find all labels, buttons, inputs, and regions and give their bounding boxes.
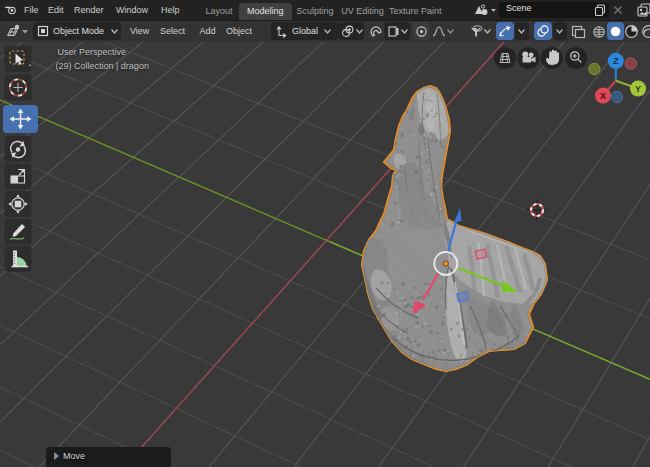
svg-text:Z: Z — [613, 56, 619, 66]
svg-text:X: X — [600, 91, 606, 101]
svg-text:Y: Y — [635, 84, 641, 94]
